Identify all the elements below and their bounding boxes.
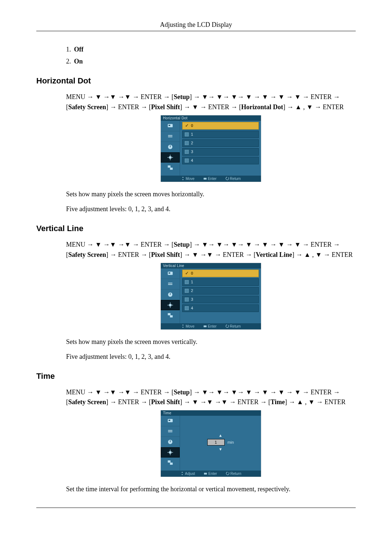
svg-rect-5 [170,145,171,147]
svg-rect-28 [168,313,171,315]
osd-sidebar [161,416,180,471]
svg-marker-33 [226,324,227,325]
svg-marker-31 [182,327,184,328]
svg-rect-49 [204,473,207,475]
check-icon: ✓ [185,271,189,275]
osd-time-panel: ▲ 1 min ▼ [180,416,261,471]
checkbox-icon [185,159,189,163]
svg-rect-11 [168,165,171,168]
osd-option: 4 [182,157,259,164]
svg-rect-8 [170,159,171,160]
svg-rect-41 [170,450,171,451]
checkbox-icon [185,132,189,136]
sidebar-timer-icon [161,142,180,152]
checkbox-icon [185,141,189,145]
osd-figure-time: Time ▲ 1 min ▼ [161,410,261,477]
svg-rect-37 [168,431,172,432]
svg-rect-32 [204,325,207,327]
svg-rect-12 [170,168,173,170]
section-heading-time: Time [36,372,356,381]
osd-option: 3 [182,148,259,156]
svg-rect-26 [168,305,169,305]
sidebar-timer-icon [161,437,180,447]
osd-figure-horizontal-dot: Horizontal Dot ✓0 1 2 3 4 Mov [161,115,261,182]
check-icon: ✓ [185,124,189,128]
osd-options: ✓0 1 2 3 4 [180,268,261,323]
svg-marker-47 [181,472,183,473]
osd-title: Vertical Line [161,263,261,268]
list-label-on: On [74,58,83,65]
page-footer-line [36,508,356,508]
svg-rect-15 [204,178,207,180]
svg-rect-35 [169,420,171,421]
enter-icon [203,177,207,181]
osd-option: 1 [182,278,259,286]
svg-marker-14 [182,179,184,180]
osd-option: 2 [182,287,259,295]
svg-rect-39 [170,440,171,442]
svg-rect-7 [170,155,171,156]
svg-rect-1 [169,125,171,126]
sidebar-setup-icon [161,447,180,457]
checkbox-icon [185,150,189,154]
svg-rect-9 [168,157,169,158]
adjust-icon [180,472,184,476]
description-text: Sets how many pixels the screen moves ho… [66,190,356,198]
sidebar-source-icon [161,131,180,142]
svg-marker-50 [227,472,228,473]
sidebar-timer-icon [161,290,180,300]
sidebar-source-icon [161,279,180,290]
sidebar-source-icon [161,426,180,437]
list-number: 2. [66,58,71,65]
enter-icon [204,472,207,476]
checkbox-icon [185,280,189,284]
svg-rect-24 [170,302,171,303]
svg-rect-18 [169,272,171,274]
nav-path-time: MENU → ▼ →▼ →▼ → ENTER → [Setup] → ▼→ ▼→… [66,387,356,408]
up-arrow-icon: ▲ [219,433,222,438]
move-icon [181,177,185,181]
svg-rect-25 [170,307,171,308]
osd-sidebar [161,121,180,176]
sidebar-setup-icon [161,300,180,310]
osd-option: 1 [182,131,259,138]
osd-option: 2 [182,139,259,147]
down-arrow-icon: ▼ [219,447,222,451]
return-icon [226,472,229,476]
svg-marker-48 [181,474,183,475]
sidebar-multi-icon [161,310,180,320]
osd-option: 3 [182,296,259,303]
return-icon [225,177,229,181]
osd-title: Horizontal Dot [161,115,261,121]
svg-rect-42 [170,454,171,455]
osd-footer: Adjust Enter Return [161,471,261,477]
svg-rect-10 [172,157,173,158]
description-text: Five adjustment levels: 0, 1, 2, 3, and … [66,205,356,213]
svg-rect-44 [172,452,173,453]
osd-sidebar [161,268,180,323]
sidebar-picture-icon [161,268,180,279]
sidebar-picture-icon [161,416,180,426]
svg-point-40 [169,451,172,454]
sidebar-multi-icon [161,457,180,468]
svg-rect-3 [168,136,172,136]
sidebar-picture-icon [161,121,180,131]
osd-option: 4 [182,304,259,312]
svg-rect-20 [168,283,172,284]
section-heading-vertical-line: Vertical Line [36,224,356,233]
checkbox-icon [185,306,189,310]
svg-point-6 [169,156,172,159]
return-icon [225,324,229,328]
checkbox-icon [185,297,189,301]
osd-option: ✓0 [182,270,259,277]
osd-option: ✓0 [182,122,259,130]
nav-path-horizontal-dot: MENU → ▼ →▼ →▼ → ENTER → [Setup] → ▼→ ▼→… [66,92,356,112]
list-number: 1. [66,46,71,53]
svg-marker-16 [226,177,227,178]
osd-title: Time [161,410,261,416]
osd-options: ✓0 1 2 3 4 [180,121,261,176]
list-label-off: Off [74,46,83,53]
description-text: Sets how many pixels the screen moves ve… [66,338,356,346]
off-on-list: 1. Off 2. On [66,46,356,65]
svg-rect-22 [170,293,171,295]
